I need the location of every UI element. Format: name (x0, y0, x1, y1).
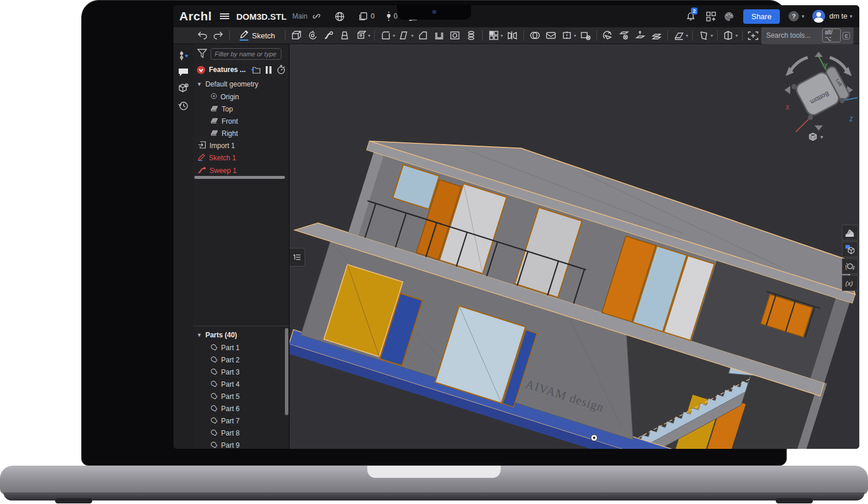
feature-tree-item-origin[interactable]: Origin (193, 91, 289, 103)
help-caret-icon[interactable]: ▾ (802, 13, 805, 19)
delete-face-icon[interactable] (617, 29, 631, 42)
rotate-left-arrow-icon[interactable] (784, 86, 790, 94)
thicken-caret-icon[interactable]: ▾ (368, 33, 370, 38)
rotate-down-arrow-icon[interactable] (815, 125, 823, 131)
public-globe-icon[interactable] (335, 12, 345, 21)
feature-tree-item-right-plane[interactable]: Right (193, 128, 289, 139)
user-menu-caret-icon[interactable]: ▾ (849, 13, 852, 19)
part-list-item[interactable]: Part 3 (193, 366, 289, 378)
create-version-icon[interactable] (177, 49, 190, 62)
transform-icon[interactable] (601, 29, 615, 42)
error-rollup-badge-icon[interactable] (197, 66, 205, 74)
part-list-item[interactable]: Part 1 (193, 342, 289, 354)
origin-marker[interactable] (591, 434, 598, 441)
feature-tree-item-import-1[interactable]: Import 1 (193, 140, 289, 152)
boolean-icon[interactable] (528, 29, 542, 42)
part-list-item[interactable]: Part 7 (193, 415, 289, 427)
linear-pattern-icon[interactable] (487, 29, 501, 42)
regen-timer-icon[interactable] (277, 65, 285, 74)
panel-flyout-handle[interactable] (290, 248, 305, 267)
fillet-caret-icon[interactable]: ▾ (393, 33, 395, 38)
main-menu-icon[interactable] (220, 13, 229, 20)
followers-icon[interactable] (386, 12, 391, 21)
search-tools-box[interactable]: alt/⌥ c (761, 27, 853, 44)
redo-icon[interactable] (212, 29, 226, 42)
chamfer-icon[interactable] (416, 29, 430, 42)
filter-funnel-icon[interactable] (197, 49, 207, 60)
rotate-ccw-arrow-icon[interactable] (790, 57, 808, 71)
pattern-caret-icon[interactable]: ▾ (501, 33, 503, 38)
split-icon[interactable] (560, 29, 574, 42)
user-name[interactable]: dm te (829, 12, 847, 20)
custom-feature-icon[interactable] (747, 29, 761, 42)
document-title[interactable]: DOM3D.STL (236, 12, 287, 21)
feature-tree-item-sweep-1[interactable]: Sweep 1 (193, 165, 289, 177)
enclose-icon[interactable] (544, 29, 558, 42)
part-list-item[interactable]: Part 2 (193, 354, 289, 366)
chevron-down-icon[interactable]: ▼ (197, 332, 202, 338)
feature-tree-item-front-plane[interactable]: Front (193, 116, 289, 127)
part-list-item[interactable]: Part 6 (193, 403, 289, 415)
filter-input[interactable] (211, 48, 281, 60)
link-icon[interactable] (312, 12, 321, 20)
theme-palette-icon[interactable] (724, 12, 734, 21)
part-list-item[interactable]: Part 5 (193, 391, 289, 402)
notifications-bell-icon[interactable]: 2 (686, 12, 696, 21)
split-caret-icon[interactable]: ▾ (574, 33, 576, 38)
hole-icon[interactable] (448, 29, 462, 42)
view-cube[interactable]: Bottom Left X Y Z (780, 49, 858, 135)
loft-icon[interactable] (338, 29, 352, 42)
draft-caret-icon[interactable]: ▾ (411, 33, 414, 38)
display-states-icon[interactable] (177, 82, 190, 95)
model-viewport[interactable]: AIVAM design (290, 44, 859, 449)
rib-icon[interactable] (464, 29, 478, 42)
section-icon[interactable] (722, 29, 736, 42)
view-cube-body[interactable]: Bottom Left (780, 49, 858, 132)
undo-icon[interactable] (196, 29, 209, 42)
sketch-region-caret-icon[interactable]: ▾ (711, 33, 713, 38)
draft-icon[interactable] (397, 29, 411, 42)
feature-tree-item-top-plane[interactable]: Top (193, 103, 289, 115)
copies-icon[interactable] (359, 12, 368, 21)
view-options[interactable]: ▾ (808, 132, 823, 142)
isometric-cube-icon[interactable] (808, 132, 818, 142)
extrude-icon[interactable] (290, 29, 303, 42)
part-list-item[interactable]: Part 8 (193, 427, 289, 439)
fillet-icon[interactable] (379, 29, 393, 42)
plane-icon[interactable] (672, 29, 686, 42)
appearance-panel-button[interactable] (842, 225, 858, 240)
share-button[interactable]: Share (743, 9, 780, 24)
new-folder-icon[interactable] (251, 66, 261, 74)
branch-name[interactable]: Main (292, 12, 308, 20)
part-list-item[interactable]: Part 9 (193, 440, 289, 449)
view-options-caret-icon[interactable]: ▾ (820, 134, 823, 140)
sweep-icon[interactable] (322, 29, 336, 42)
delete-part-icon[interactable] (578, 29, 592, 42)
help-icon[interactable]: ? (788, 10, 800, 22)
parts-section-header[interactable]: ▼ Parts (40) (193, 329, 289, 341)
rollback-bar[interactable] (194, 176, 285, 179)
sketch-button[interactable]: Sketch (236, 30, 279, 41)
history-icon[interactable] (177, 99, 190, 112)
section-caret-icon[interactable]: ▾ (736, 33, 738, 38)
sketch-region-icon[interactable] (697, 29, 711, 42)
plane-caret-icon[interactable]: ▾ (686, 33, 688, 38)
display-state-panel-button[interactable]: () (842, 258, 858, 274)
house-model[interactable]: AIVAM design (290, 44, 859, 449)
variables-panel-button[interactable]: (x) (842, 275, 858, 291)
feature-tree-item-default-geometry[interactable]: ▼ Default geometry (193, 78, 289, 90)
parts-list-panel-button[interactable] (842, 242, 858, 257)
parts-scrollbar[interactable] (285, 328, 288, 415)
offset-surface-icon[interactable] (649, 29, 663, 42)
part-list-item[interactable]: Part 4 (193, 379, 289, 390)
suppress-pause-icon[interactable] (266, 66, 272, 74)
chevron-down-icon[interactable]: ▼ (197, 81, 202, 87)
feature-tree-item-sketch-1[interactable]: Sketch 1 (193, 152, 289, 164)
avatar[interactable] (812, 10, 825, 23)
shell-icon[interactable] (432, 29, 446, 42)
move-face-icon[interactable] (634, 29, 648, 42)
comments-icon[interactable] (177, 66, 190, 78)
revolve-icon[interactable] (306, 29, 320, 42)
thicken-icon[interactable] (354, 29, 368, 42)
mirror-icon[interactable] (505, 29, 519, 42)
